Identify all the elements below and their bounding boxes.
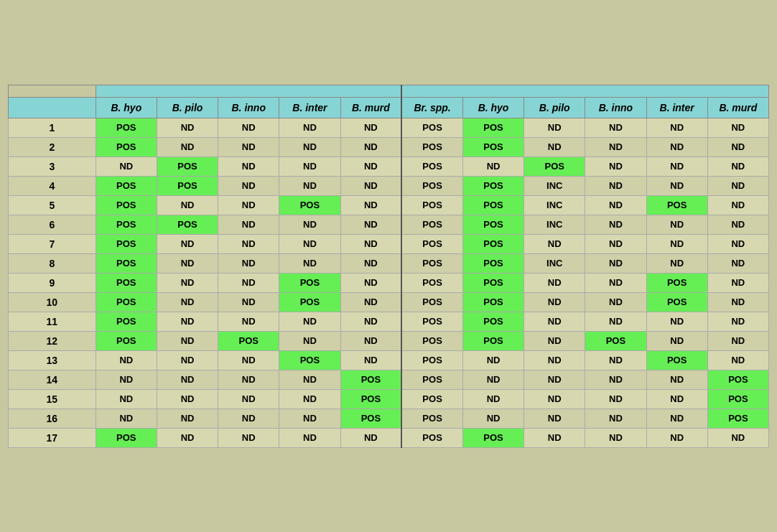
gs-cell: POS <box>96 137 157 157</box>
pcr-cell: ND <box>524 370 585 389</box>
gs-cell: ND <box>279 389 340 409</box>
pcr-cell: ND <box>646 157 707 176</box>
sample-number-cell: 2 <box>9 137 96 157</box>
gs-cell: ND <box>218 292 279 312</box>
gs-cell: POS <box>96 176 157 195</box>
gs-cell: ND <box>279 215 340 234</box>
pcr-cell: POS <box>524 157 585 176</box>
gs-cell: POS <box>340 389 401 409</box>
pcr-cell: POS <box>401 370 462 389</box>
pcr-cell: POS <box>585 331 646 350</box>
gs-cell: ND <box>340 273 401 292</box>
gs-cell: ND <box>218 215 279 234</box>
table-row: 11POSNDNDNDNDPOSPOSNDNDNDND <box>9 312 769 331</box>
gs-cell: ND <box>279 409 340 428</box>
gs-cell: POS <box>96 331 157 350</box>
gs-cell: ND <box>279 312 340 331</box>
pcr-cell: ND <box>585 176 646 195</box>
gs-cell: ND <box>218 137 279 157</box>
pcr-cell: ND <box>646 253 707 273</box>
pcr-cell: POS <box>707 409 768 428</box>
gs-cell: ND <box>340 195 401 215</box>
pcr-cell: ND <box>707 118 768 137</box>
pcr-header <box>401 85 768 97</box>
gs-cell: ND <box>157 331 218 350</box>
pcr-cell: ND <box>707 137 768 157</box>
gs-cell: ND <box>279 234 340 253</box>
sample-number-cell: 3 <box>9 157 96 176</box>
pcr-cell: ND <box>462 370 524 389</box>
pcr-cell: ND <box>707 195 768 215</box>
gs-cell: ND <box>279 157 340 176</box>
pcr-cell: ND <box>462 350 524 370</box>
pcr-cell: POS <box>462 234 524 253</box>
table-row: 8POSNDNDNDNDPOSPOSINCNDNDND <box>9 253 769 273</box>
sample-number-col-header <box>9 97 96 118</box>
pcr-cell: ND <box>585 215 646 234</box>
pcr-cell: ND <box>585 253 646 273</box>
gs-cell: POS <box>96 312 157 331</box>
pcr-cell: ND <box>524 331 585 350</box>
gs-cell: ND <box>157 370 218 389</box>
pcr-binno-header: B. inno <box>585 97 646 118</box>
sample-number-cell: 10 <box>9 292 96 312</box>
gs-cell: ND <box>218 389 279 409</box>
pcr-cell: ND <box>646 176 707 195</box>
table-row: 15NDNDNDNDPOSPOSNDNDNDNDPOS <box>9 389 769 409</box>
pcr-cell: ND <box>524 118 585 137</box>
gs-cell: ND <box>157 118 218 137</box>
pcr-bhyo-header: B. hyo <box>462 97 524 118</box>
pcr-bpilo-header: B. pilo <box>524 97 585 118</box>
gs-cell: ND <box>340 176 401 195</box>
pcr-cell: ND <box>707 428 768 447</box>
pcr-cell: ND <box>646 118 707 137</box>
gs-junior-header <box>96 85 401 97</box>
pcr-cell: POS <box>401 428 462 447</box>
pcr-cell: ND <box>707 157 768 176</box>
pcr-brspp-header: Br. spp. <box>401 97 462 118</box>
pcr-binter-header: B. inter <box>646 97 707 118</box>
pcr-cell: ND <box>585 389 646 409</box>
table-row: 4POSPOSNDNDNDPOSPOSINCNDNDND <box>9 176 769 195</box>
results-table: B. hyo B. pilo B. inno B. inter B. murd … <box>8 85 769 448</box>
pcr-cell: ND <box>585 118 646 137</box>
sample-number-cell: 11 <box>9 312 96 331</box>
gs-cell: ND <box>157 409 218 428</box>
gs-cell: ND <box>279 176 340 195</box>
pcr-cell: POS <box>401 215 462 234</box>
gs-cell: ND <box>340 428 401 447</box>
gs-cell: ND <box>218 253 279 273</box>
gs-cell: ND <box>340 292 401 312</box>
gs-cell: POS <box>157 215 218 234</box>
gs-cell: ND <box>96 350 157 370</box>
sample-number-cell: 16 <box>9 409 96 428</box>
gs-cell: ND <box>157 389 218 409</box>
gs-cell: ND <box>279 428 340 447</box>
pcr-cell: ND <box>462 409 524 428</box>
pcr-cell: ND <box>707 176 768 195</box>
pcr-cell: POS <box>646 273 707 292</box>
gs-cell: ND <box>218 409 279 428</box>
pcr-cell: POS <box>401 195 462 215</box>
pcr-cell: POS <box>707 370 768 389</box>
pcr-cell: ND <box>462 389 524 409</box>
gs-cell: ND <box>218 195 279 215</box>
gs-cell: POS <box>157 157 218 176</box>
pcr-bmurd-header: B. murd <box>707 97 768 118</box>
gs-bpilo-header: B. pilo <box>157 97 218 118</box>
pcr-cell: ND <box>524 273 585 292</box>
table-row: 16NDNDNDNDPOSPOSNDNDNDNDPOS <box>9 409 769 428</box>
pcr-cell: POS <box>401 331 462 350</box>
gs-cell: POS <box>96 253 157 273</box>
sample-number-cell: 8 <box>9 253 96 273</box>
pcr-cell: ND <box>585 370 646 389</box>
pcr-cell: POS <box>401 176 462 195</box>
sample-number-cell: 6 <box>9 215 96 234</box>
pcr-cell: ND <box>646 312 707 331</box>
gs-cell: ND <box>157 273 218 292</box>
table-row: 13NDNDNDPOSNDPOSNDNDNDPOSND <box>9 350 769 370</box>
pcr-cell: POS <box>707 389 768 409</box>
pcr-cell: ND <box>707 253 768 273</box>
pcr-cell: POS <box>401 157 462 176</box>
pcr-cell: ND <box>585 157 646 176</box>
